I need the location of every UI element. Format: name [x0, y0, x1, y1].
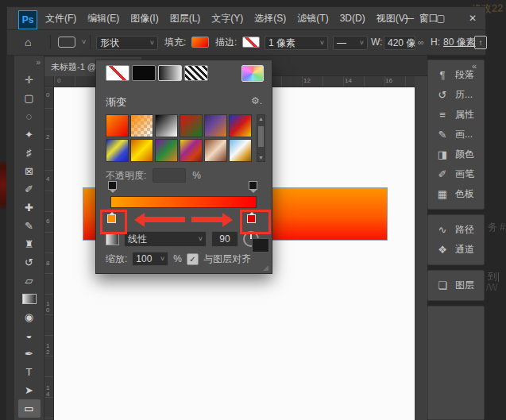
separator: [50, 35, 51, 49]
panel-tab-color[interactable]: ◨ 颜色: [428, 144, 484, 164]
panel-tab-channels[interactable]: ❖ 通道: [428, 240, 484, 260]
tool-preset-dropdown[interactable]: ˅: [58, 30, 86, 54]
fill-label: 填充:: [164, 30, 186, 54]
pen-tool[interactable]: ✒: [18, 345, 41, 363]
history-brush-tool[interactable]: ↺: [18, 253, 41, 272]
move-tool[interactable]: ✛: [18, 71, 41, 89]
stroke-swatch[interactable]: [242, 30, 260, 54]
crop-tool[interactable]: ♯: [18, 144, 41, 162]
background-text-fragment: 务 #: [488, 221, 505, 234]
quick-selection-tool[interactable]: ✦: [18, 125, 41, 144]
panel-tab-brush-settings[interactable]: ✎ 画...: [428, 125, 484, 144]
menu-item[interactable]: 选择(S): [254, 12, 286, 25]
opacity-stop-right[interactable]: [249, 181, 257, 190]
panel-tab-swatches[interactable]: ▦ 色板: [428, 184, 484, 204]
gradient-fill-button[interactable]: [158, 65, 182, 81]
dodge-tool[interactable]: ◒: [18, 326, 41, 345]
window-controls: — ▢ ✕: [401, 7, 481, 29]
home-icon[interactable]: ⌂: [25, 30, 31, 54]
gradient-preset-swatch[interactable]: [106, 139, 129, 162]
width-label: W:: [371, 30, 382, 54]
menu-item[interactable]: 3D(D): [340, 13, 365, 24]
clone-stamp-tool[interactable]: ♜: [18, 235, 41, 253]
blur-tool[interactable]: ◉: [18, 308, 41, 326]
panel-tab-history[interactable]: ↺ 历...: [428, 85, 484, 105]
color-picker-button[interactable]: [241, 65, 264, 82]
scroll-up-icon[interactable]: ▲: [257, 116, 265, 121]
solid-fill-button[interactable]: [132, 65, 156, 81]
gradient-preset-swatch[interactable]: [204, 114, 227, 137]
menu-item[interactable]: 滤镜(T): [297, 12, 328, 25]
tool-mode-select[interactable]: 形状 ˅: [96, 36, 158, 50]
gradient-type-select[interactable]: 线性 ˅: [124, 231, 207, 247]
type-tool[interactable]: T: [18, 363, 41, 381]
gradient-preset-swatch[interactable]: [155, 139, 178, 162]
ruler-tick-label: 8: [46, 260, 52, 267]
opacity-label: 不透明度:: [106, 169, 146, 183]
menu-item[interactable]: 图层(L): [170, 12, 201, 25]
width-field[interactable]: 420 像素: [384, 36, 415, 50]
swatch-scrollbar[interactable]: ▲ ▼: [257, 114, 265, 162]
menu-item[interactable]: 图像(I): [130, 12, 158, 25]
export-button[interactable]: ↑: [474, 30, 487, 54]
gear-icon[interactable]: ⚙.: [251, 95, 262, 106]
height-field[interactable]: 80 像素: [443, 30, 476, 54]
scale-field[interactable]: 100 ˅: [132, 252, 168, 266]
gradient-preset-swatch[interactable]: [229, 139, 252, 162]
close-button[interactable]: ✕: [465, 13, 481, 24]
fill-swatch[interactable]: [191, 30, 209, 54]
opacity-field[interactable]: [153, 168, 186, 183]
minimize-button[interactable]: —: [401, 13, 417, 24]
menu-item[interactable]: 文字(Y): [211, 12, 243, 25]
gradient-preset-swatch[interactable]: [130, 139, 153, 162]
panel-tab-brushes[interactable]: ✐ 画笔: [428, 164, 484, 184]
gradient-preset-swatch[interactable]: [130, 114, 153, 137]
chevron-down-icon: ˅: [195, 235, 203, 243]
gradient-preset-swatch[interactable]: [155, 114, 178, 137]
gradient-tool[interactable]: [18, 290, 41, 308]
reverse-gradient-icon[interactable]: [252, 238, 269, 252]
menu-item[interactable]: 编辑(E): [87, 12, 119, 25]
brush-tool[interactable]: ✎: [18, 217, 41, 235]
path-selection-tool[interactable]: ➤: [18, 381, 41, 399]
gradient-preset-swatch[interactable]: [204, 139, 227, 162]
opacity-stop-left[interactable]: [108, 181, 117, 190]
pasteboard: [415, 76, 427, 420]
rectangle-tool[interactable]: ▭: [18, 399, 41, 418]
panel-tab-properties[interactable]: ≡ 属性: [428, 105, 484, 125]
eraser-tool[interactable]: ▱: [18, 272, 41, 290]
gradient-preset-swatch[interactable]: [106, 114, 129, 137]
panel-icon: ❖: [435, 244, 450, 256]
pattern-fill-button[interactable]: [184, 65, 208, 81]
photoshop-logo: Ps: [18, 10, 37, 29]
no-fill-button[interactable]: [106, 65, 129, 81]
panel-tab-layers[interactable]: ❏ 图层: [428, 276, 484, 295]
maximize-button[interactable]: ▢: [433, 13, 449, 24]
expand-toolbar-icon[interactable]: »: [36, 58, 41, 67]
healing-brush-tool[interactable]: ✚: [18, 198, 41, 217]
eyedropper-tool[interactable]: ✐: [18, 180, 41, 198]
angle-field[interactable]: 90: [211, 231, 238, 247]
gradient-section-title: 渐变: [106, 95, 126, 110]
scrollbar-thumb[interactable]: [258, 126, 264, 147]
menu-item[interactable]: 文件(F): [45, 12, 76, 25]
gradient-preset-swatch[interactable]: [180, 114, 203, 137]
annotation-box-left-stop: [100, 210, 127, 234]
stroke-style-select[interactable]: — ˅: [333, 36, 368, 50]
panel-tab-paths[interactable]: ∿ 路径: [428, 220, 484, 240]
scroll-down-icon[interactable]: ▼: [257, 155, 265, 160]
panel-label: 通道: [455, 243, 474, 256]
background-text-fragment: /W: [486, 282, 498, 293]
link-dimensions-icon[interactable]: ∞: [418, 30, 424, 54]
marquee-tool[interactable]: ▢: [18, 89, 41, 107]
frame-tool[interactable]: ⊠: [18, 162, 41, 180]
gradient-preset-swatch[interactable]: [229, 114, 252, 137]
resize-grip-icon[interactable]: ◢: [263, 264, 268, 272]
stroke-width-select[interactable]: 1 像素 ˅: [265, 36, 328, 50]
expand-dock-icon[interactable]: «: [472, 61, 477, 71]
gradient-preset-swatch[interactable]: [180, 139, 203, 162]
lasso-tool[interactable]: ◌: [18, 107, 41, 125]
panel-label: 色板: [455, 187, 474, 201]
align-with-layer-checkbox[interactable]: ✓: [187, 253, 199, 265]
gradient-editor-bar[interactable]: [110, 196, 257, 208]
